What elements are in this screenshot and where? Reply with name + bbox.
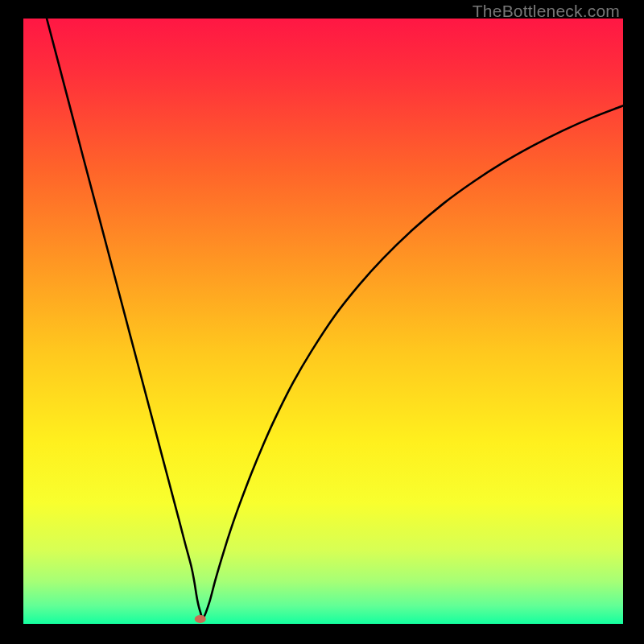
chart-svg (23, 19, 623, 624)
chart-frame (23, 19, 623, 624)
optimum-marker (195, 615, 206, 623)
gradient-background (23, 19, 623, 624)
